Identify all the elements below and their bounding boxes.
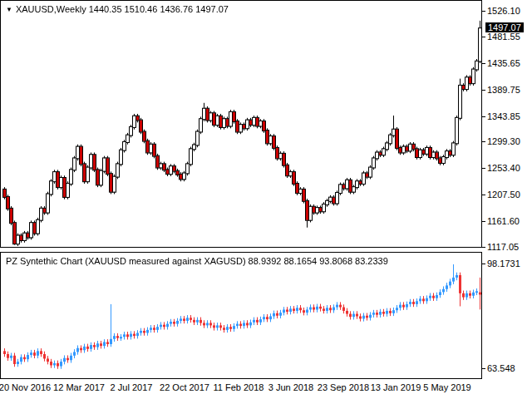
axis-tick-mark xyxy=(481,37,485,37)
sub-chart-header: PZ Syntethic Chart (XAUUSD measured agai… xyxy=(6,256,388,266)
axis-tick-label: 1253.40 xyxy=(487,163,532,173)
axis-tick-label: 98.1731 xyxy=(487,259,532,268)
axis-tick-mark xyxy=(481,195,485,195)
sub-chart-canvas[interactable] xyxy=(1,253,481,378)
date-tick-label: 11 Feb 2018 xyxy=(214,382,264,392)
axis-tick-mark xyxy=(481,90,485,91)
date-tick-label: 13 Jan 2019 xyxy=(371,382,421,392)
chart-window: ▼XAUUSD,Weekly 1440.35 1510.46 1436.76 1… xyxy=(0,0,532,399)
axis-tick-mark xyxy=(481,221,485,222)
axis-tick-label: 1161.60 xyxy=(487,216,532,226)
sub-chart-panel[interactable]: PZ Syntethic Chart (XAUUSD measured agai… xyxy=(0,252,482,379)
axis-tick-mark xyxy=(481,247,485,248)
axis-tick-mark xyxy=(481,116,485,117)
date-tick-label: 2 Jul 2017 xyxy=(111,382,153,392)
axis-tick-mark xyxy=(481,141,485,142)
axis-tick-mark xyxy=(481,63,485,64)
date-tick-label: 5 May 2019 xyxy=(423,382,470,392)
main-chart-header: ▼XAUUSD,Weekly 1440.35 1510.46 1436.76 1… xyxy=(6,4,229,14)
axis-tick-label: 1207.50 xyxy=(487,190,532,200)
axis-tick-label: 1343.85 xyxy=(487,111,532,121)
axis-tick-mark xyxy=(481,264,485,264)
main-chart-canvas[interactable] xyxy=(1,1,481,247)
current-price-label: 1497.07 xyxy=(485,22,524,32)
main-chart-panel[interactable]: ▼XAUUSD,Weekly 1440.35 1510.46 1436.76 1… xyxy=(0,0,482,248)
date-tick-label: 3 Jun 2018 xyxy=(268,382,313,392)
axis-tick-label: 1481.55 xyxy=(487,32,532,42)
axis-tick-mark xyxy=(481,168,485,169)
axis-tick-mark xyxy=(481,368,485,369)
axis-tick-label: 1299.30 xyxy=(487,136,532,146)
main-chart-ohlc-label: XAUUSD,Weekly 1440.35 1510.46 1436.76 14… xyxy=(16,4,229,14)
axis-tick-label: 1389.75 xyxy=(487,85,532,95)
date-tick-label: 12 Mar 2017 xyxy=(53,382,105,392)
axis-tick-label: 63.548 xyxy=(487,363,532,373)
date-tick-label: 22 Oct 2017 xyxy=(160,382,209,392)
axis-tick-label: 1117.05 xyxy=(487,242,532,252)
date-tick-label: 20 Nov 2016 xyxy=(0,382,51,392)
axis-tick-label: 1435.65 xyxy=(487,58,532,68)
symbol-dropdown-icon[interactable]: ▼ xyxy=(6,6,12,13)
axis-tick-label: 1526.10 xyxy=(487,6,532,16)
axis-tick-mark xyxy=(481,11,485,12)
date-tick-label: 23 Sep 2018 xyxy=(318,382,369,392)
